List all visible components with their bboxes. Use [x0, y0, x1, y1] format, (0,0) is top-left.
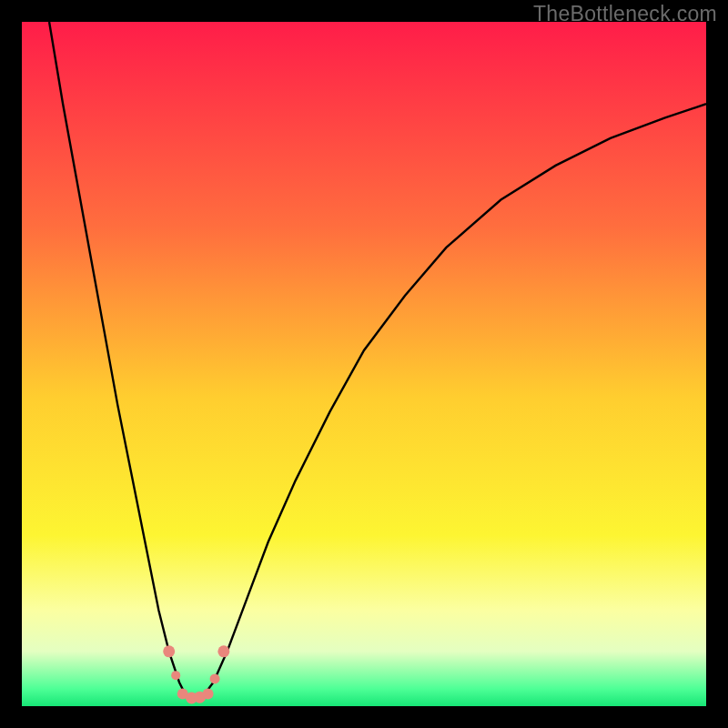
curve-marker: [210, 673, 220, 683]
curve-marker: [217, 645, 229, 657]
plot-area: [22, 22, 706, 706]
curve-marker: [163, 645, 175, 657]
chart-frame: TheBottleneck.com: [0, 0, 728, 728]
gradient-background: [22, 22, 706, 706]
curve-marker: [203, 688, 214, 699]
curve-marker: [171, 671, 180, 680]
bottleneck-chart: [22, 22, 706, 706]
